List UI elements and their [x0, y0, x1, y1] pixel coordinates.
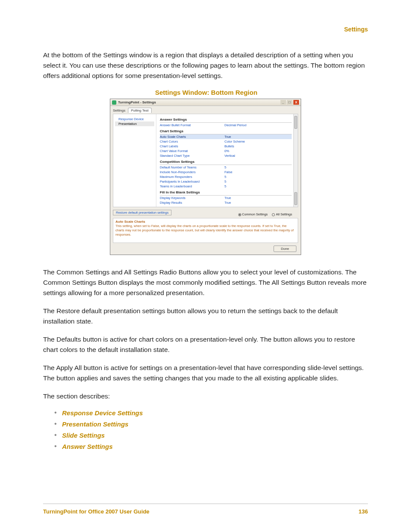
settings-window-screenshot: TurningPoint - Settings _ □ X Settings P… [110, 99, 301, 255]
row-standard-chart-type[interactable]: Standard Chart TypeVertical [160, 153, 292, 158]
nav-tree: Response Device Presentation [113, 114, 156, 207]
row-chart-value-format[interactable]: Chart Value Format0% [160, 149, 292, 153]
tab-active[interactable]: Polling Test [128, 108, 152, 113]
tab-row: Settings Polling Test [110, 106, 301, 113]
link-presentation-settings[interactable]: Presentation Settings [54, 420, 368, 428]
settings-scope-radios: Common Settings All Settings [235, 212, 292, 216]
row-answer-bullet-format[interactable]: Answer Bullet FormatDecimal Period [160, 123, 292, 128]
restore-defaults-button[interactable]: Restore default presentation settings [113, 210, 171, 215]
link-response-device-settings[interactable]: Response Device Settings [54, 409, 368, 417]
radio-dot-checked-icon [238, 213, 241, 216]
footer-title: TurningPoint for Office 2007 User Guide [43, 508, 149, 515]
intro-paragraph: At the bottom of the Settings window is … [43, 50, 368, 81]
row-participants-leaderboard[interactable]: Participants In Leaderboard5 [160, 179, 292, 184]
radio-common-settings[interactable]: Common Settings [238, 212, 268, 216]
done-row: Done [113, 246, 296, 252]
setting-description-panel: Auto Scale Charts This setting, when set… [113, 218, 298, 243]
links-list: Response Device Settings Presentation Se… [54, 409, 368, 451]
app-icon [112, 100, 116, 105]
restore-row: Restore default presentation settings Co… [113, 210, 298, 217]
paragraph-defaults: The Defaults button is active for chart … [43, 334, 368, 355]
scroll-thumb-top[interactable] [294, 116, 297, 129]
window-controls: _ □ X [280, 100, 299, 105]
row-chart-labels[interactable]: Chart LabelsBullets [160, 144, 292, 149]
description-heading: Auto Scale Charts [115, 220, 296, 224]
window-title: TurningPoint - Settings [118, 100, 280, 104]
paragraph-restore: The Restore default presentation setting… [43, 306, 368, 327]
row-chart-colors[interactable]: Chart ColorsColor Scheme [160, 139, 292, 144]
nav-item-presentation[interactable]: Presentation [115, 121, 154, 126]
group-fitb-settings: Fill In the Blank Settings [160, 190, 292, 196]
row-include-non-responders[interactable]: Include Non-RespondersFalse [160, 170, 292, 174]
page-footer: TurningPoint for Office 2007 User Guide … [43, 504, 368, 515]
maximize-button[interactable]: □ [287, 100, 293, 105]
group-competition-settings: Competition Settings [160, 159, 292, 165]
group-chart-settings: Chart Settings [160, 128, 292, 134]
row-auto-scale-charts[interactable]: Auto Scale ChartsTrue [160, 134, 292, 139]
page-section-header: Settings [43, 26, 368, 33]
done-button[interactable]: Done [274, 246, 296, 252]
description-text: This setting, when set to False, will di… [115, 224, 296, 236]
row-default-number-teams[interactable]: Default Number of Teams5 [160, 165, 292, 170]
link-slide-settings[interactable]: Slide Settings [54, 432, 368, 439]
tab-prefix: Settings [113, 109, 125, 112]
group-answer-settings: Answer Settings [160, 117, 292, 123]
settings-content: Answer Settings Answer Bullet FormatDeci… [156, 114, 298, 207]
nav-item-response-device[interactable]: Response Device [115, 117, 154, 121]
scroll-thumb-bottom[interactable] [294, 192, 297, 205]
footer-page-number: 136 [358, 508, 368, 515]
paragraph-apply-all: The Apply All button is active for setti… [43, 363, 368, 383]
paragraph-radio-buttons: The Common Settings and All Settings Rad… [43, 267, 368, 298]
row-teams-leaderboard[interactable]: Teams in Leaderboard5 [160, 184, 292, 189]
radio-dot-icon [272, 213, 275, 216]
close-button[interactable]: X [293, 100, 299, 105]
row-display-keywords[interactable]: Display KeywordsTrue [160, 196, 292, 200]
link-answer-settings[interactable]: Answer Settings [54, 443, 368, 451]
minimize-button[interactable]: _ [280, 100, 286, 105]
scrollbar[interactable] [293, 114, 298, 207]
figure-title: Settings Window: Bottom Region [155, 89, 368, 96]
titlebar: TurningPoint - Settings _ □ X [110, 99, 301, 106]
row-maximum-responders[interactable]: Maximum Responders5 [160, 174, 292, 179]
paragraph-section-describes: The section describes: [43, 391, 368, 401]
radio-all-settings[interactable]: All Settings [272, 212, 292, 216]
row-display-results[interactable]: Display ResultsTrue [160, 200, 292, 205]
settings-panel: Response Device Presentation Answer Sett… [113, 114, 298, 207]
